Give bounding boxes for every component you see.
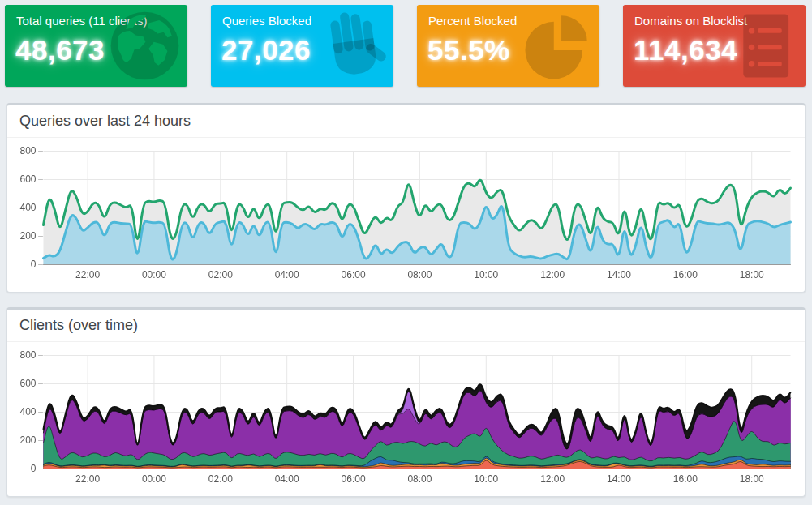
clients-over-time-chart[interactable] (11, 345, 798, 493)
card-domains-blocklist[interactable]: Domains on Blocklist 114,634 (623, 5, 806, 87)
clients-over-time-panel: Clients (over time) (6, 307, 806, 497)
panel-title-queries: Queries over last 24 hours (7, 105, 805, 138)
summary-cards: Total queries (11 clients) 48,673 Querie… (0, 0, 812, 87)
globe-icon (107, 8, 183, 83)
pie-chart-icon (519, 8, 595, 83)
hand-icon (313, 8, 389, 83)
card-queries-blocked[interactable]: Queries Blocked 27,026 (211, 5, 393, 87)
queries-over-time-chart[interactable] (11, 141, 798, 289)
queries-over-time-panel: Queries over last 24 hours (6, 103, 806, 293)
panel-title-clients: Clients (over time) (7, 310, 805, 342)
card-percent-blocked[interactable]: Percent Blocked 55.5% (417, 5, 599, 87)
card-total-queries[interactable]: Total queries (11 clients) 48,673 (5, 5, 187, 87)
list-icon (725, 8, 801, 83)
